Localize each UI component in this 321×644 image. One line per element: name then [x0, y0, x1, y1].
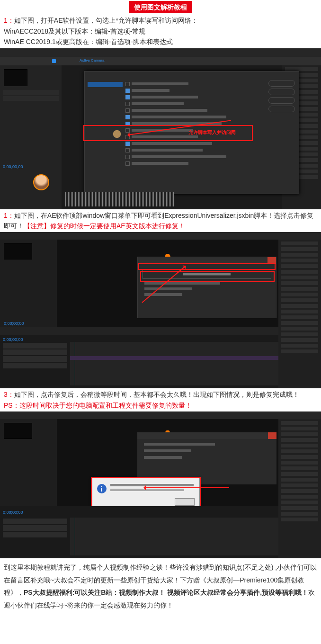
- pref-cat[interactable]: [88, 113, 123, 118]
- layer-list[interactable]: [0, 342, 70, 385]
- layer-list[interactable]: [0, 518, 70, 555]
- checkbox-icon: [125, 148, 130, 152]
- pref-checkbox[interactable]: [125, 95, 261, 99]
- project-thumb: [4, 243, 32, 259]
- layer-row[interactable]: [3, 363, 67, 368]
- panel-item: [281, 438, 318, 442]
- panel-item: [281, 287, 318, 291]
- screenshot-complete-alert: 0;00;00;00: [0, 411, 321, 558]
- pref-cat[interactable]: [88, 94, 123, 99]
- timeline-tracks[interactable]: [70, 518, 278, 555]
- checkbox-icon: [125, 155, 130, 159]
- side-panels: [278, 240, 321, 388]
- panel-item: [281, 247, 318, 251]
- pref-label: [132, 149, 203, 152]
- timeline-tracks[interactable]: [70, 342, 278, 385]
- pref-checkbox[interactable]: [125, 82, 261, 86]
- pref-checkbox[interactable]: [125, 155, 261, 159]
- pref-checkbox[interactable]: [125, 108, 261, 113]
- timecode: 0;00;00;00: [4, 320, 24, 327]
- step1-line2: WinAECC2018及其以下版本：编辑-首选项-常规: [4, 27, 145, 35]
- step-num: 1：: [4, 212, 14, 219]
- pref-checkbox[interactable]: [125, 161, 261, 166]
- panel-item: [281, 276, 318, 279]
- layer-row[interactable]: [3, 532, 67, 537]
- checkbox-icon: [125, 95, 130, 99]
- timeline-panel[interactable]: 0;00;00;00: [0, 327, 278, 388]
- playhead-icon[interactable]: [75, 518, 75, 555]
- annotation-box: [138, 263, 276, 270]
- author-avatar-icon: [33, 174, 49, 190]
- annotation-box: [91, 477, 201, 510]
- pref-cat[interactable]: [88, 156, 123, 161]
- layer-row[interactable]: [3, 349, 67, 355]
- ae-menubar: [0, 48, 321, 57]
- pref-checkbox[interactable]: [125, 115, 261, 119]
- checkbox-icon: [125, 142, 130, 146]
- panel-item: [281, 344, 318, 348]
- ok-button[interactable]: [268, 80, 295, 87]
- panel-item: [281, 421, 318, 425]
- panel-item: [281, 432, 318, 436]
- active-camera-label: Active Camera: [80, 58, 104, 64]
- panel-item: [281, 270, 318, 274]
- pref-checkbox[interactable]: [125, 89, 261, 93]
- close-icon[interactable]: [268, 257, 276, 264]
- pref-cat[interactable]: [88, 162, 123, 167]
- pref-checkbox[interactable]: [125, 148, 261, 152]
- close-icon[interactable]: [268, 432, 276, 439]
- pref-cat[interactable]: [88, 143, 123, 149]
- panel-item: [281, 315, 318, 319]
- panel-item: [281, 466, 318, 470]
- checkbox-icon: [125, 82, 130, 86]
- panel-item: [281, 293, 318, 296]
- pref-checkbox-allow-scripts[interactable]: [125, 142, 261, 146]
- project-thumb: [4, 423, 32, 439]
- timeline-panel[interactable]: 0;00;00;00: [0, 506, 278, 558]
- layer-row[interactable]: [3, 356, 67, 362]
- dialog-titlebar: [137, 432, 276, 439]
- panel-item: [281, 332, 318, 336]
- panel-item: [281, 506, 318, 510]
- pref-cat[interactable]: [88, 100, 123, 106]
- pref-label: [132, 96, 198, 98]
- panel-item: [281, 281, 318, 285]
- panel-item: [285, 67, 318, 71]
- next-button[interactable]: [268, 106, 295, 112]
- step-num: 1：: [4, 17, 14, 24]
- dialog-line: [144, 443, 215, 446]
- pref-label: [132, 102, 184, 105]
- pref-cat-general[interactable]: [88, 82, 123, 87]
- dialog-option[interactable]: [144, 287, 192, 290]
- panel-item: [281, 253, 318, 257]
- pref-checkbox[interactable]: [125, 102, 261, 106]
- pref-cat[interactable]: [88, 107, 123, 112]
- closing-paragraph: 到这里本期教程就讲完了，纯属个人视频制作经验之谈！些许没有涉猎到的知识点(不足之…: [0, 558, 321, 614]
- ps-text: 这段时间取决于您的电脑配置和工程文件需要修复的数量！: [19, 402, 192, 409]
- annotation-arrow-icon: [144, 487, 229, 488]
- playhead-icon[interactable]: [75, 342, 75, 385]
- pref-label: [132, 89, 169, 92]
- step2-note: 【注意】修复的时候一定要使用AE英文版本进行修复！: [24, 222, 185, 230]
- pref-cat[interactable]: [88, 88, 123, 93]
- layer-row[interactable]: [3, 519, 67, 524]
- panel-item: [281, 512, 318, 516]
- panel-item: [281, 327, 318, 331]
- layer-row[interactable]: [3, 343, 67, 349]
- layer-bar[interactable]: [70, 356, 278, 360]
- screenshot-preferences: Active Camera 0;00;00;00: [0, 48, 321, 209]
- cancel-button[interactable]: [268, 89, 295, 95]
- panel-item: [281, 264, 318, 268]
- pref-cat[interactable]: [88, 119, 123, 124]
- timeline-header: [0, 327, 278, 335]
- pref-cat[interactable]: [88, 150, 123, 155]
- previous-button[interactable]: [268, 97, 295, 104]
- pref-label: [132, 116, 226, 118]
- layer-row[interactable]: [3, 525, 67, 531]
- checkbox-icon: [125, 161, 130, 166]
- panel-item: [281, 461, 318, 465]
- timecode: 0;00;00;00: [3, 163, 23, 170]
- checkbox-icon: [125, 115, 130, 119]
- dialog-line: [144, 449, 191, 452]
- panel-item: [281, 444, 318, 447]
